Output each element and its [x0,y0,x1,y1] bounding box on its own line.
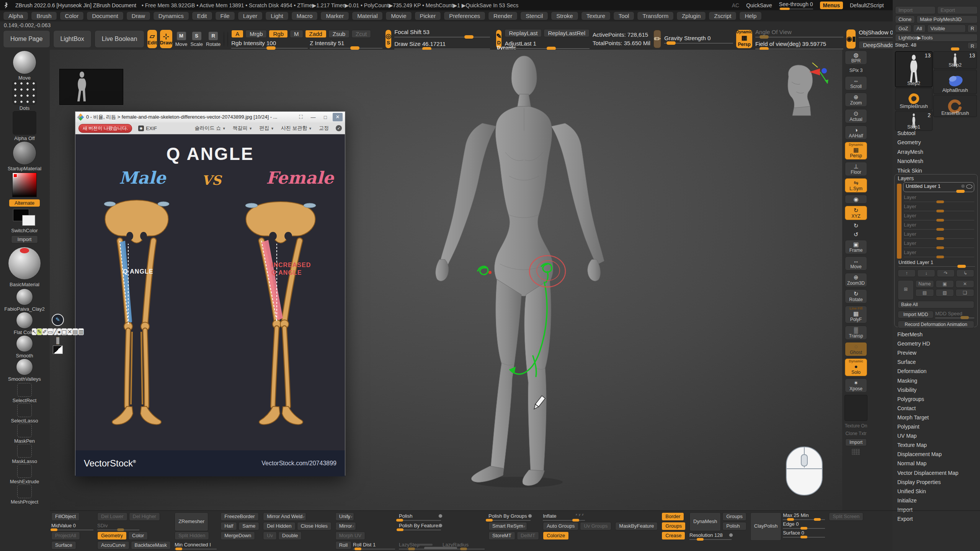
menu-item[interactable]: Dynamics [153,11,189,20]
right-shelf-button[interactable]: Line Fill ▦ PolyF [845,306,867,323]
menu-item[interactable]: Light [265,11,289,20]
default-zscript-button[interactable]: DefaultZScript [850,2,884,8]
alternate-button[interactable]: Alternate [9,199,40,207]
min-connected-i[interactable]: Min Connected I [175,541,217,549]
viewer-close-icon[interactable]: ✕ [333,113,343,121]
palette-section[interactable]: Deformation [897,368,926,374]
claypolish[interactable]: ClayPolish [750,512,781,541]
annotation-tool-button[interactable]: ▥ [78,328,84,335]
viewer-maximize-icon[interactable]: □ [320,114,330,120]
brush-stroke-item[interactable]: SelectRect [10,383,39,403]
layer-duplicate-button[interactable]: ▣ [936,280,954,288]
right-shelf-button[interactable]: ⇋ L.Sym [845,178,867,192]
material-preview-icon[interactable] [224,31,224,47]
step-r-button[interactable]: R [967,42,978,49]
rotate-mode-button[interactable]: RRotate [206,31,220,47]
layer-row[interactable]: Layer [904,194,974,202]
right-shelf-button[interactable]: ↻ [845,222,867,229]
menu-item[interactable]: Render [488,11,518,20]
import-mdd-button[interactable]: Import MDD [898,311,934,318]
goz-all-button[interactable]: All [913,24,925,33]
unify[interactable]: Unifyx y z [335,512,354,521]
annotation-app-logo-icon[interactable]: ✎ [52,314,64,326]
polish[interactable]: Polish [399,512,441,521]
goz-r-button[interactable]: R [967,24,978,33]
right-shelf-button[interactable]: ↔ Move [845,256,867,271]
focal-shift-slider[interactable]: Focal Shift 53 [394,29,490,37]
menu-item[interactable]: Marker [320,11,349,20]
layer-row[interactable]: Layer [904,222,974,230]
annotation-tool-button[interactable]: ▭ [47,328,53,335]
menus-toggle[interactable]: Menus [820,2,843,9]
right-shelf-button[interactable]: ⊕ Zoom3D [845,273,867,287]
left-shelf-item[interactable]: Dots [8,81,41,111]
layer-up-button[interactable]: ↑ [898,269,916,277]
layer-down-button[interactable]: ↓ [917,269,935,277]
palette-section[interactable]: Morph Target [897,414,929,421]
secondary-color-swatch[interactable] [22,215,35,226]
rgb-toggle[interactable]: Rgb [269,30,288,38]
zadd-toggle[interactable]: Zadd [305,30,327,38]
zsub-toggle[interactable]: Zsub [328,30,350,38]
backfacemask[interactable]: BackfaceMask [131,541,171,549]
viewer-minimize-icon[interactable]: — [308,114,318,120]
right-shelf-button[interactable]: ◌ Ghost [845,342,867,356]
geometry[interactable]: Geometry [97,531,127,540]
layer-row[interactable]: Layer [904,231,974,239]
stroke-type-button[interactable]: ◎S [385,30,391,48]
import-texture-button[interactable]: Import [11,235,38,243]
tool-thumb[interactable]: AlphaBrush [933,70,977,94]
right-shelf-button[interactable]: ↻ Rotate [845,289,867,303]
palette-section[interactable]: ArrayMesh [897,149,923,155]
palette-section[interactable]: Surface [897,359,916,365]
right-shelf-button[interactable]: ▒ Transp [845,326,867,340]
fillobject[interactable]: FillObject [51,512,80,521]
tool-thumb[interactable]: EraserBrush [933,95,977,117]
goz-visible-button[interactable]: Visible [927,24,966,33]
current-material-preview[interactable] [8,247,41,280]
accucurve[interactable]: AccuCurve [97,541,129,549]
palette-section[interactable]: Vector Displacement Map [897,470,959,476]
draw-size-slider[interactable]: Draw Size 46.17211Dynamic [394,41,490,49]
projectall[interactable]: ProjectAll [51,531,80,540]
exif-button[interactable]: ◉EXIF [138,126,157,131]
edge-0[interactable]: Edge 0 [783,521,825,529]
annotation-tool-button[interactable]: ▢ [61,328,67,335]
right-shelf-button[interactable]: ✶ Xpose [845,378,867,393]
uv[interactable]: Uv [263,531,277,540]
annotation-tool-button[interactable]: ↖ [32,328,37,335]
inflate[interactable]: Inflatex y z [543,512,585,521]
annotation-tool-button[interactable]: ✕ [67,328,72,335]
palette-section[interactable]: Unified Skin [897,488,926,494]
roll-dist-1[interactable]: Roll Dist 1 [353,541,395,549]
resolution-128[interactable]: Resolution 128 [689,531,732,540]
morph-uv[interactable]: Morph UV [335,531,366,540]
menu-item[interactable]: Transform [637,11,674,20]
goz-button[interactable]: GoZ [895,24,911,33]
uv-grid-icon[interactable] [851,448,861,455]
right-shelf-button[interactable]: ⊕ Zoom [845,93,867,107]
layer-row[interactable]: Layer [904,240,974,248]
material-item[interactable]: Smooth [4,335,45,359]
layers-header[interactable]: Layers [898,175,914,181]
new-version-button[interactable]: 새 버전이 나왔습니다. [78,124,132,133]
same[interactable]: Same [238,522,259,530]
right-shelf-button[interactable]: ↺ [845,231,867,238]
annotation-tool-button[interactable]: ✎ [37,328,42,335]
layer-row[interactable]: Layer [904,213,974,220]
groups[interactable]: Groups [722,512,746,521]
bake-all-button[interactable]: Bake All [898,301,974,308]
layer-row[interactable]: Layer [904,249,974,257]
right-shelf-button[interactable]: ◍ BPR [845,51,867,65]
annotation-tool-button[interactable]: ▤ [72,328,78,335]
layer-delete-button[interactable]: ✕ [956,280,974,288]
right-shelf-button[interactable]: ↻ XYZ [845,206,867,220]
menu-item[interactable]: Preferences [444,11,485,20]
menu-item[interactable]: Stencil [520,11,548,20]
right-shelf-button[interactable]: Dynamic ● Solo [845,359,867,376]
annotation-tool-button[interactable]: ✐ [42,328,47,335]
menu-item[interactable]: File [215,11,235,20]
maskbyfeature[interactable]: MaskByFeature [615,522,658,530]
replay-last-button[interactable]: ReplayLast [505,29,542,37]
groups[interactable]: Groups [662,522,686,530]
